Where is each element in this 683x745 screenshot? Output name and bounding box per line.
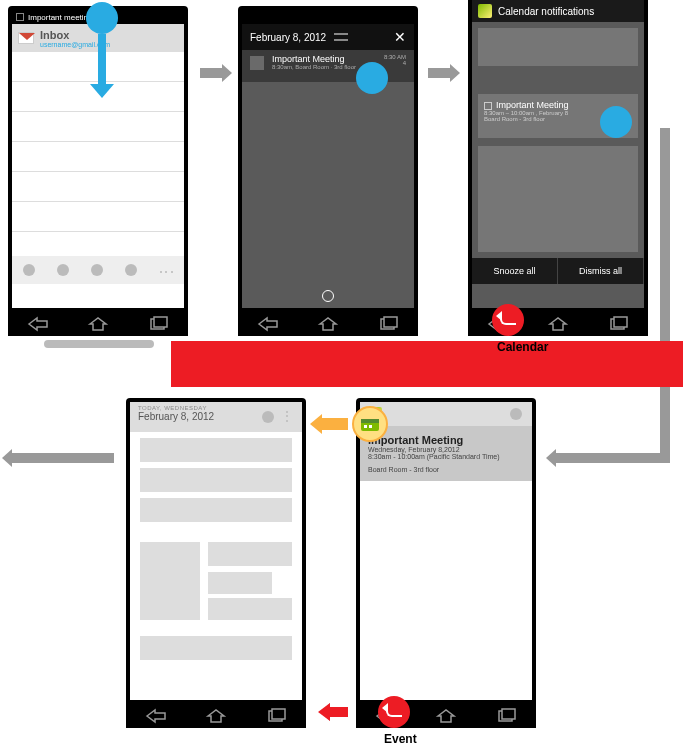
nav-back-icon[interactable] [257,316,279,332]
calendar-notif-title: Calendar notifications [498,6,594,17]
arrow-3-down [660,128,670,458]
svg-rect-5 [614,317,627,327]
list-item[interactable] [12,202,184,232]
arrow-5-to-4 [330,707,348,717]
settings-icon[interactable] [334,30,348,44]
close-icon[interactable]: ✕ [394,29,406,45]
event-date: Wednesday, February 8,2012 [368,446,524,453]
nav-recent-icon[interactable] [147,316,169,332]
phone-notification-shade: February 8, 2012 ✕ Important Meeting 8:3… [238,6,418,336]
transition-arrow [322,418,348,430]
event-placeholder[interactable] [140,636,292,660]
svg-rect-3 [384,317,397,327]
overflow-icon[interactable]: ⋮ [157,263,176,277]
status-bar [242,10,414,24]
checkbox-icon[interactable] [484,102,492,110]
notification-title: Important Meeting [272,54,376,64]
svg-rect-9 [502,709,515,719]
shade-handle-icon[interactable] [322,290,334,302]
action-dot[interactable] [91,264,103,276]
back-arrow-icon [386,707,402,717]
touch-point [356,62,388,94]
action-dot[interactable] [262,411,274,423]
calendar-notif-actions: Snooze all Dismiss all [472,258,644,284]
status-checkbox-icon [16,13,24,21]
touch-point [86,2,118,34]
nav-recent-icon[interactable] [607,316,629,332]
arrow-1-2 [200,68,222,78]
event-placeholder[interactable] [208,542,292,566]
calendar-icon [360,416,380,432]
event-card: Important Meeting Wednesday, February 8,… [360,426,532,481]
nav-back-icon[interactable] [145,708,167,724]
action-dot[interactable] [125,264,137,276]
snooze-all-button[interactable]: Snooze all [472,258,558,284]
event-location: Board Room - 3rd floor [368,466,524,473]
event-placeholder[interactable] [140,468,292,492]
arrow-2-3 [428,68,450,78]
event-placeholder[interactable] [140,498,292,522]
svg-rect-12 [364,425,367,428]
back-action-highlight [492,304,524,336]
nav-home-icon[interactable] [317,316,339,332]
calendar-icon [478,4,492,18]
nav-recent-icon[interactable] [495,708,517,724]
action-dot[interactable] [23,264,35,276]
dismiss-all-button[interactable]: Dismiss all [558,258,644,284]
nav-home-icon[interactable] [87,316,109,332]
flow-path-red [171,341,683,387]
phone-day-view: TODAY, WEDNESDAY February 8, 2012 ⋮ [126,398,306,728]
day-header[interactable]: TODAY, WEDNESDAY February 8, 2012 ⋮ [130,402,302,432]
shade-background [242,82,414,284]
arrow-into-5 [556,453,670,463]
event-label: Event [384,732,417,745]
notification-card-empty [478,146,638,252]
svg-rect-11 [361,419,379,423]
action-dot[interactable] [510,408,522,420]
touch-point [600,106,632,138]
back-arrow-icon [500,315,516,325]
svg-rect-13 [369,425,372,428]
event-title: Important Meeting [368,434,524,446]
notification-count: 4 [384,60,406,66]
event-placeholder[interactable] [140,542,200,620]
overflow-icon[interactable]: ⋮ [280,408,294,424]
event-placeholder[interactable] [140,438,292,462]
nav-home-icon[interactable] [547,316,569,332]
event-time: 8:30am - 10:00am (Pacific Standard Time) [368,453,524,460]
back-action-highlight [378,696,410,728]
event-placeholder[interactable] [208,598,292,620]
notification-item[interactable]: Important Meeting 8:30am, Board Room · 3… [242,50,414,82]
notification-app-icon [250,56,264,70]
shade-header: February 8, 2012 ✕ [242,24,414,50]
system-navbar [126,704,306,728]
arrow-out-left [12,453,114,463]
shade-date: February 8, 2012 [250,32,326,43]
system-navbar [238,312,418,336]
list-item[interactable] [12,172,184,202]
day-body[interactable] [130,432,302,700]
phone-event-detail: Important Meeting Wednesday, February 8,… [356,398,536,728]
list-item[interactable] [12,142,184,172]
card-title: Important Meeting [496,100,569,110]
svg-rect-1 [154,317,167,327]
list-item[interactable] [12,112,184,142]
red-arrow-head [318,703,330,721]
event-body[interactable] [360,490,532,700]
nav-home-icon[interactable] [435,708,457,724]
nav-back-icon[interactable] [27,316,49,332]
nav-recent-icon[interactable] [377,316,399,332]
gmail-icon [18,32,34,44]
notification-card-empty[interactable] [478,28,638,66]
calendar-notif-body: Important Meeting 8:30am – 10:00am , Feb… [472,22,644,258]
system-navbar [8,312,188,336]
svg-rect-7 [272,709,285,719]
inbox-action-bar: ⋮ [12,256,184,284]
shadow [44,340,154,348]
nav-home-icon[interactable] [205,708,227,724]
phone-calendar-notifications: Calendar notifications Important Meeting… [468,0,648,336]
nav-recent-icon[interactable] [265,708,287,724]
action-dot[interactable] [57,264,69,276]
event-placeholder[interactable] [208,572,272,594]
calendar-label: Calendar [497,340,548,354]
